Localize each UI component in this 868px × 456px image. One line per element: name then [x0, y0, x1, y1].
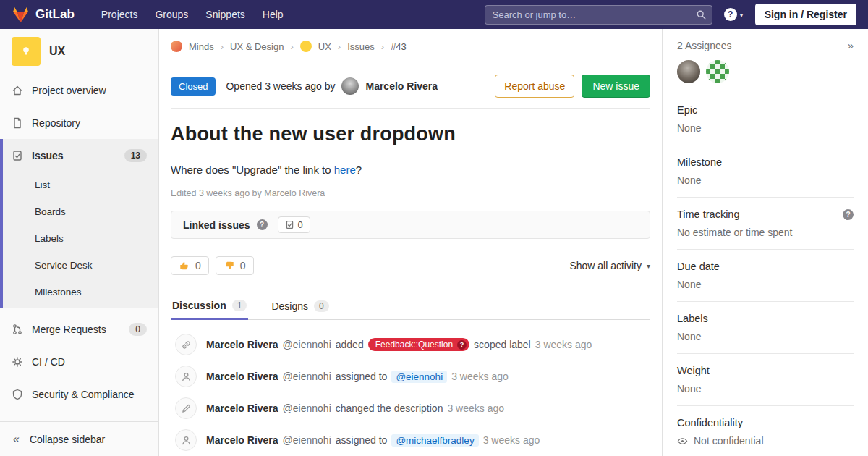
- shield-icon: [12, 389, 23, 400]
- breadcrumb-ux-design[interactable]: UX & Design: [230, 41, 284, 52]
- assignee-avatar-photo[interactable]: [677, 60, 700, 83]
- nav-item-snippets[interactable]: Snippets: [197, 1, 252, 28]
- search-icon[interactable]: [696, 9, 707, 20]
- sidebar-item-issues[interactable]: Issues 13: [3, 139, 158, 172]
- search-input[interactable]: [485, 5, 712, 25]
- issue-page: Minds › UX & Design › UX › Issues › #43 …: [159, 29, 662, 456]
- confidentiality-value: Not confidential: [694, 435, 764, 447]
- note-action: added: [336, 339, 364, 350]
- breadcrumb-issue-number: #43: [391, 41, 407, 52]
- chevron-down-icon: ▾: [647, 262, 650, 270]
- sidebar-section-labels: Labels None: [677, 302, 854, 354]
- sidebar-item-issues-list[interactable]: List: [3, 172, 158, 198]
- scoped-label-feedback-question[interactable]: Feedback::Question ?: [368, 338, 469, 351]
- nav-item-help[interactable]: Help: [255, 1, 292, 28]
- new-issue-button[interactable]: New issue: [582, 75, 650, 98]
- expand-chevrons-icon[interactable]: »: [848, 39, 854, 51]
- section-label: Weight: [677, 365, 854, 376]
- opened-text: Opened 3 weeks ago by: [226, 80, 335, 92]
- help-question-icon[interactable]: ?: [257, 219, 268, 230]
- breadcrumb-minds[interactable]: Minds: [189, 41, 214, 52]
- gear-icon: [12, 356, 23, 368]
- note-timestamp[interactable]: 3 weeks ago: [451, 371, 509, 382]
- author-avatar[interactable]: [341, 77, 359, 95]
- mention-michaelfbradley[interactable]: @michaelfbradley: [391, 434, 478, 447]
- issue-tabs: Discussion 1 Designs 0: [171, 292, 650, 320]
- collapse-sidebar-button[interactable]: « Collapse sidebar: [0, 421, 158, 456]
- sidebar-item-repository[interactable]: Repository: [0, 106, 158, 139]
- group-avatar-minds: [171, 41, 182, 52]
- tab-designs[interactable]: Designs 0: [270, 292, 330, 319]
- sidebar-item-service-desk[interactable]: Service Desk: [3, 252, 158, 279]
- sidebar-label: Issues: [32, 150, 64, 161]
- nav-item-projects[interactable]: Projects: [93, 1, 146, 28]
- issue-status-header: Closed Opened 3 weeks ago by Marcelo Riv…: [171, 75, 650, 109]
- project-name: UX: [49, 45, 65, 58]
- breadcrumb-ux[interactable]: UX: [318, 41, 331, 52]
- issue-description: Where does "Upgrade" the link to here?: [171, 164, 650, 176]
- activity-filter-dropdown[interactable]: Show all activity ▾: [569, 260, 650, 271]
- chevron-down-icon: ▾: [740, 11, 744, 19]
- note-timestamp[interactable]: 3 weeks ago: [483, 434, 540, 446]
- pencil-icon: [175, 397, 197, 419]
- author-name[interactable]: Marcelo Rivera: [365, 80, 438, 92]
- note-timestamp[interactable]: 3 weeks ago: [447, 402, 504, 414]
- link-icon: [175, 334, 197, 355]
- note-timestamp[interactable]: 3 weeks ago: [535, 339, 592, 350]
- issue-title: About the new user dropdown: [171, 123, 650, 145]
- section-label: Epic: [677, 104, 854, 116]
- note-author[interactable]: Marcelo Rivera: [206, 371, 278, 382]
- sidebar-nav: Project overview Repository Issues 13 Li…: [0, 74, 158, 443]
- note-text: Marcelo Rivera @eiennohi added Feedback:…: [206, 338, 592, 351]
- sidebar-item-ci-cd[interactable]: CI / CD: [0, 345, 158, 378]
- note-author[interactable]: Marcelo Rivera: [206, 434, 278, 446]
- system-note: Marcelo Rivera @eiennohi changed the des…: [159, 392, 662, 424]
- breadcrumb: Minds › UX & Design › UX › Issues › #43: [159, 29, 662, 64]
- system-note: Marcelo Rivera @eiennohi assigned to @ei…: [159, 360, 662, 392]
- section-value: None: [677, 279, 854, 290]
- note-author[interactable]: Marcelo Rivera: [206, 402, 278, 414]
- project-context[interactable]: UX: [0, 29, 158, 74]
- breadcrumb-issues[interactable]: Issues: [347, 41, 375, 52]
- thumbs-up-button[interactable]: 0: [171, 256, 209, 275]
- breadcrumb-separator: ›: [290, 41, 293, 52]
- report-abuse-button[interactable]: Report abuse: [495, 75, 574, 98]
- gitlab-logo[interactable]: GitLab: [12, 6, 75, 24]
- note-author[interactable]: Marcelo Rivera: [206, 339, 278, 350]
- tab-discussion[interactable]: Discussion 1: [171, 292, 248, 320]
- help-dropdown[interactable]: ? ▾: [724, 8, 744, 21]
- note-action-tail: scoped label: [474, 339, 531, 350]
- linked-issues-count[interactable]: 0: [278, 216, 310, 233]
- help-question-icon: ?: [724, 8, 737, 21]
- here-link[interactable]: here: [334, 164, 356, 176]
- scoped-label-help-icon: ?: [457, 340, 467, 350]
- sidebar-label: Security & Compliance: [32, 389, 135, 400]
- system-note: Marcelo Rivera @eiennohi added Feedback:…: [159, 329, 662, 360]
- nav-item-groups[interactable]: Groups: [147, 1, 196, 28]
- sidebar-section-epic: Epic None: [677, 93, 854, 145]
- scoped-label-text: Feedback::Question: [375, 339, 453, 350]
- sidebar-section-milestone: Milestone None: [677, 145, 854, 198]
- assignee-avatars: [677, 60, 854, 83]
- sidebar-item-security[interactable]: Security & Compliance: [0, 378, 158, 410]
- section-value: None: [677, 383, 854, 394]
- thumbs-down-button[interactable]: 0: [216, 256, 254, 275]
- sidebar-item-milestones[interactable]: Milestones: [3, 279, 158, 305]
- note-handle: @eiennohi: [283, 434, 331, 446]
- designs-count-badge: 0: [314, 300, 329, 312]
- assignee-avatar-identicon[interactable]: [706, 60, 729, 83]
- time-tracking-help-icon[interactable]: ?: [843, 209, 854, 220]
- system-note: Marcelo Rivera @eiennohi assigned to @mi…: [159, 424, 662, 456]
- sidebar-item-issues-labels[interactable]: Labels: [3, 225, 158, 252]
- sign-in-register-button[interactable]: Sign in / Register: [755, 4, 856, 25]
- sidebar-item-merge-requests[interactable]: Merge Requests 0: [0, 313, 158, 345]
- section-value: Not confidential: [677, 435, 854, 447]
- note-text: Marcelo Rivera @eiennohi changed the des…: [206, 402, 504, 414]
- sidebar-item-issues-boards[interactable]: Boards: [3, 198, 158, 225]
- tab-label: Discussion: [172, 300, 226, 311]
- sidebar-label: Merge Requests: [32, 324, 106, 335]
- sidebar-item-project-overview[interactable]: Project overview: [0, 74, 158, 106]
- note-action: changed the description: [336, 402, 443, 414]
- merge-request-icon: [12, 324, 23, 335]
- mention-eiennohi[interactable]: @eiennohi: [391, 371, 447, 383]
